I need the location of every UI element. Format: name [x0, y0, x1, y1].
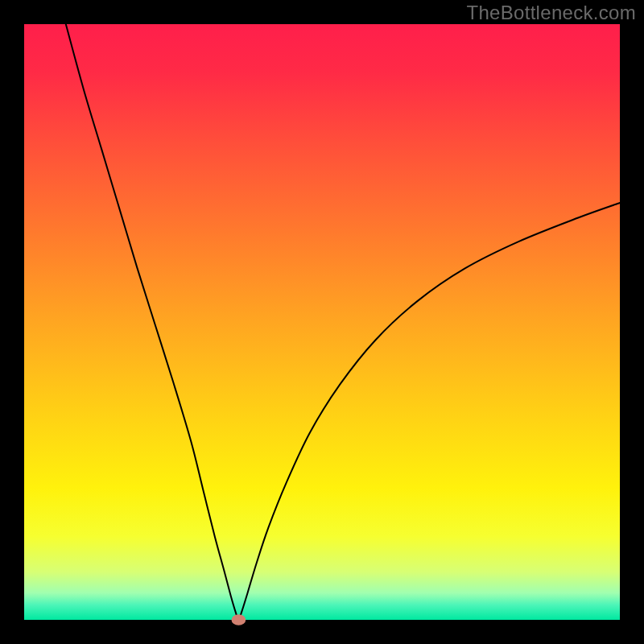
- bottleneck-chart: [0, 0, 644, 644]
- plot-area: [24, 24, 620, 620]
- watermark-text: TheBottleneck.com: [466, 2, 636, 24]
- chart-frame: TheBottleneck.com: [0, 0, 644, 644]
- minimum-marker: [232, 614, 246, 625]
